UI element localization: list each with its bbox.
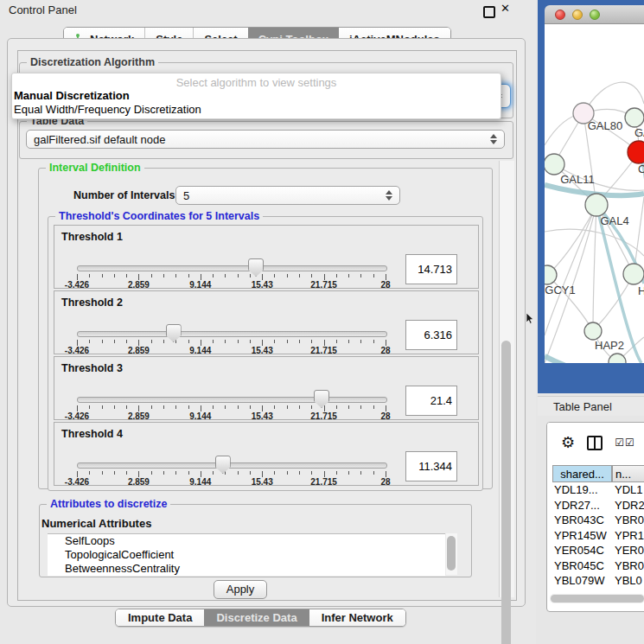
table-row[interactable]: YDL19...YDL1 bbox=[552, 482, 644, 498]
threshold-3-panel: Threshold 3 -3.4262.8599.14415.4321.7152… bbox=[54, 356, 479, 420]
interval-group-label: Interval Definition bbox=[46, 162, 144, 174]
network-node[interactable] bbox=[584, 322, 602, 340]
table-row[interactable]: YPR145WYPR1 bbox=[552, 528, 644, 544]
threshold-1-panel: Threshold 1 -3.4262.8599.14415.4321.7152… bbox=[54, 225, 479, 289]
table-row[interactable]: YER054CYER0 bbox=[552, 543, 644, 558]
attributes-scrollbar[interactable] bbox=[446, 533, 457, 575]
threshold-value-field[interactable]: 6.316 bbox=[405, 320, 457, 350]
threshold-value-field[interactable]: 11.344 bbox=[405, 451, 457, 481]
threshold-label: Threshold 2 bbox=[61, 296, 123, 309]
close-traffic-icon[interactable] bbox=[555, 10, 565, 20]
node-label: GA bbox=[634, 126, 644, 139]
slider-track[interactable] bbox=[77, 265, 387, 271]
attributes-list: SelfLoopsTopologicalCoefficientBetweenne… bbox=[48, 533, 445, 576]
algorithm-dropdown: Select algorithm to view settings Manual… bbox=[11, 73, 501, 119]
network-canvas[interactable]: GAL80GACGAL11GAL4GCY1HHAP2 bbox=[545, 24, 644, 363]
column-header-name[interactable]: n... bbox=[612, 465, 644, 482]
slider-track[interactable] bbox=[77, 462, 387, 469]
list-item[interactable]: SelfLoops bbox=[48, 534, 445, 548]
float-window-icon[interactable] bbox=[483, 6, 495, 18]
thresholds-group-label: Threshold's Coordinates for 5 Intervals bbox=[55, 210, 263, 222]
stepper-icon bbox=[385, 190, 392, 201]
vertical-scrollbar[interactable] bbox=[499, 161, 514, 597]
number-of-intervals-combo[interactable]: 5 bbox=[175, 186, 400, 205]
table-panel-title: Table Panel bbox=[553, 400, 612, 413]
attributes-scrollbar-thumb[interactable] bbox=[447, 536, 456, 571]
table-body: YDL19...YDL1YDR27...YDR2YBR043CYBR0YPR14… bbox=[552, 482, 644, 591]
bottom-tab-bar: Impute Data Discretize Data Infer Networ… bbox=[115, 609, 406, 627]
list-item[interactable]: BetweennessCentrality bbox=[48, 562, 445, 576]
table-row[interactable]: YLR345WYLR3 bbox=[552, 589, 644, 592]
tab-infer-network[interactable]: Infer Network bbox=[309, 609, 405, 626]
close-icon[interactable]: ✕ bbox=[501, 2, 510, 15]
table-row[interactable]: YBL079WYBL0 bbox=[552, 573, 644, 589]
slider-track[interactable] bbox=[77, 397, 387, 403]
table-toolbar: ⚙ ☑☑ bbox=[547, 423, 644, 462]
threshold-2-panel: Threshold 2 -3.4262.8599.14415.4321.7152… bbox=[54, 290, 479, 354]
threshold-4-panel: Threshold 4 -3.4262.8599.14415.4321.7152… bbox=[54, 422, 479, 486]
list-item[interactable]: TopologicalCoefficient bbox=[48, 548, 445, 562]
algorithm-group-label: Discretization Algorithm bbox=[27, 56, 158, 68]
threshold-value-field[interactable]: 14.713 bbox=[405, 254, 457, 284]
node-label: GAL11 bbox=[560, 173, 595, 186]
network-node[interactable] bbox=[628, 141, 644, 163]
tab-impute-data[interactable]: Impute Data bbox=[116, 609, 204, 626]
network-node[interactable] bbox=[609, 354, 626, 363]
minimize-traffic-icon[interactable] bbox=[572, 10, 583, 20]
numerical-attributes-label: Numerical Attributes bbox=[41, 517, 151, 530]
stepper-icon bbox=[489, 134, 497, 144]
network-node[interactable] bbox=[625, 108, 644, 127]
node-label: GAL4 bbox=[600, 214, 628, 227]
column-header-shared[interactable]: shared... bbox=[552, 465, 612, 482]
threshold-value-field[interactable]: 21.4 bbox=[405, 386, 457, 416]
node-label: C bbox=[638, 163, 644, 175]
network-edge bbox=[593, 205, 596, 331]
attributes-group-label: Attributes to discretize bbox=[47, 498, 170, 510]
mouse-cursor bbox=[526, 312, 534, 328]
network-window-titlebar[interactable] bbox=[545, 5, 644, 24]
zoom-traffic-icon[interactable] bbox=[590, 10, 600, 20]
network-node[interactable] bbox=[623, 264, 644, 284]
node-label: GAL80 bbox=[588, 119, 622, 132]
dropdown-item-equal-width[interactable]: Equal Width/Frequency Discretization bbox=[14, 103, 201, 116]
node-label: GCY1 bbox=[545, 284, 575, 296]
threshold-label: Threshold 3 bbox=[61, 362, 123, 374]
number-of-intervals-label: Number of Intervals bbox=[73, 189, 175, 201]
table-hscrollbar-thumb[interactable] bbox=[551, 595, 644, 603]
apply-button[interactable]: Apply bbox=[214, 580, 267, 599]
table-row[interactable]: YBR045CYBR0 bbox=[552, 558, 644, 574]
vertical-scrollbar-thumb[interactable] bbox=[501, 341, 511, 644]
split-columns-icon[interactable] bbox=[587, 436, 603, 450]
panel-title: Control Panel bbox=[9, 3, 77, 16]
node-table: ⚙ ☑☑ shared... n... YDL19...YDL1YDR27...… bbox=[546, 422, 644, 612]
network-node[interactable] bbox=[545, 154, 564, 175]
slider-track[interactable] bbox=[77, 331, 387, 337]
table-row[interactable]: YDR27...YDR2 bbox=[552, 498, 644, 513]
table-data-combo[interactable]: galFiltered.sif default node bbox=[26, 130, 505, 149]
node-label: HAP2 bbox=[595, 339, 624, 352]
threshold-label: Threshold 1 bbox=[61, 231, 123, 243]
table-panel-header: Table Panel bbox=[538, 396, 644, 418]
select-columns-icon[interactable]: ☑☑ bbox=[615, 437, 635, 449]
number-of-intervals-value: 5 bbox=[183, 189, 385, 202]
gear-icon[interactable]: ⚙ bbox=[561, 435, 575, 450]
tab-discretize-data[interactable]: Discretize Data bbox=[204, 609, 309, 626]
dropdown-placeholder: Select algorithm to view settings bbox=[12, 76, 501, 89]
table-row[interactable]: YBR043CYBR0 bbox=[552, 513, 644, 528]
node-label: H bbox=[638, 284, 644, 297]
network-node[interactable] bbox=[585, 194, 608, 216]
dropdown-item-manual[interactable]: Manual Discretization bbox=[14, 89, 130, 102]
table-data-combo-value: galFiltered.sif default node bbox=[34, 133, 489, 146]
table-hscrollbar[interactable] bbox=[550, 594, 644, 603]
screen: Control Panel ✕ Network Style Select Cyn… bbox=[0, 0, 644, 644]
table-header-row: shared... n... bbox=[552, 465, 644, 482]
threshold-label: Threshold 4 bbox=[61, 428, 123, 440]
